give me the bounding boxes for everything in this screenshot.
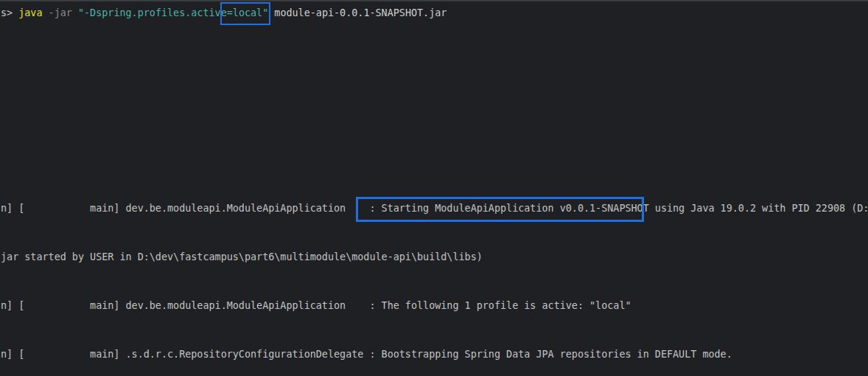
spring-profile-argument: "-Dspring.profiles.active=local" bbox=[78, 7, 268, 18]
log-line-bootstrapping-jpa: n] [ main] .s.d.r.c.RepositoryConfigurat… bbox=[1, 347, 868, 363]
log-line-active-profile: n] [ main] dev.be.moduleapi.ModuleApiApp… bbox=[1, 298, 868, 314]
spring-boot-log-output: n] [ main] dev.be.moduleapi.ModuleApiApp… bbox=[1, 168, 868, 376]
shell-prompt-line: s> java -jar "-Dspring.profiles.active=l… bbox=[1, 5, 447, 21]
command-java: java bbox=[18, 7, 42, 18]
log-line-starting-application: n] [ main] dev.be.moduleapi.ModuleApiApp… bbox=[1, 201, 868, 217]
jar-flag: -jar bbox=[49, 7, 72, 18]
prompt-prefix: s> bbox=[1, 7, 18, 18]
log-line-started-by-wrap: jar started by USER in D:\dev\fastcampus… bbox=[1, 249, 868, 265]
terminal-screen[interactable]: s> java -jar "-Dspring.profiles.active=l… bbox=[0, 0, 868, 376]
jar-filename: module-api-0.0.1-SNAPSHOT.jar bbox=[274, 7, 447, 18]
